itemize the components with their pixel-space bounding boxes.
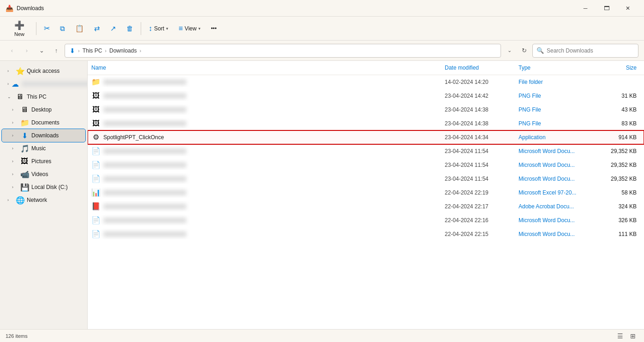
file-size-cell: 914 KB xyxy=(598,133,644,142)
file-size-cell: 31 KB xyxy=(598,92,644,100)
move-button[interactable]: ⇄ xyxy=(89,18,105,39)
sidebar-item-local-disk[interactable]: › 💾 Local Disk (C:) xyxy=(2,181,85,194)
forward-button[interactable]: › xyxy=(20,44,33,57)
delete-button[interactable]: 🗑 xyxy=(122,18,138,39)
address-crumb-downloads: Downloads xyxy=(109,47,137,54)
table-row[interactable]: 📄 23-04-2024 11:54Microsoft Word Docu...… xyxy=(88,144,644,158)
videos-icon: 📹 xyxy=(20,170,29,179)
address-chevron-button[interactable]: ⌄ xyxy=(503,44,516,57)
file-name-text xyxy=(103,204,186,209)
new-button[interactable]: ➕ New xyxy=(6,18,33,39)
file-type-cell: Microsoft Word Docu... xyxy=(515,161,598,169)
window-icon: 📥 xyxy=(6,5,13,12)
file-name-text xyxy=(103,93,186,99)
file-name-text: SpotlightPPT_ClickOnce xyxy=(103,134,164,141)
table-row[interactable]: 🖼 23-04-2024 14:42PNG File31 KB xyxy=(88,89,644,103)
view-button[interactable]: ≡ View ▾ xyxy=(174,18,205,39)
paste-button[interactable]: 📋 xyxy=(71,18,89,39)
list-view-button[interactable]: ☰ xyxy=(614,330,626,342)
cut-button[interactable]: ✂ xyxy=(39,18,54,39)
sidebar-label-this-pc: This PC xyxy=(27,94,47,100)
file-date-cell: 22-04-2024 22:19 xyxy=(441,189,515,197)
move-icon: ⇄ xyxy=(94,24,100,33)
file-size-cell: 324 KB xyxy=(598,202,644,211)
close-button[interactable]: ✕ xyxy=(617,0,638,17)
sidebar-item-desktop[interactable]: › 🖥 Desktop xyxy=(2,103,85,116)
address-bar[interactable]: ⬇ › This PC › Downloads › xyxy=(65,44,501,58)
back-button[interactable]: ‹ xyxy=(6,44,18,57)
file-size-cell: 326 KB xyxy=(598,216,644,224)
table-row[interactable]: 📕 22-04-2024 22:17Adobe Acrobat Docu...3… xyxy=(88,200,644,213)
refresh-button[interactable]: ↻ xyxy=(518,44,531,57)
up-button[interactable]: ↑ xyxy=(50,44,63,57)
table-row[interactable]: 📄 23-04-2024 11:54Microsoft Word Docu...… xyxy=(88,172,644,186)
file-size-cell: 83 KB xyxy=(598,119,644,128)
file-name-cell: 🖼 xyxy=(88,91,441,101)
sidebar-item-videos[interactable]: › 📹 Videos xyxy=(2,168,85,181)
file-type-cell: PNG File xyxy=(515,92,598,100)
more-button[interactable]: ••• xyxy=(206,18,221,39)
col-header-date[interactable]: Date modified xyxy=(441,63,515,73)
table-row[interactable]: 📊 22-04-2024 22:19Microsoft Excel 97-20.… xyxy=(88,186,644,200)
pictures-icon: 🖼 xyxy=(20,157,29,165)
file-type-cell: File folder xyxy=(515,78,598,86)
file-name-text xyxy=(103,190,186,195)
maximize-button[interactable]: 🗖 xyxy=(596,0,617,17)
local-disk-chevron-icon: › xyxy=(12,185,18,189)
recent-button[interactable]: ⌄ xyxy=(35,44,48,57)
sidebar-item-documents[interactable]: › 📁 Documents xyxy=(2,116,85,129)
file-icon: 📕 xyxy=(91,202,101,211)
status-bar: 126 items ☰ ⊞ xyxy=(0,329,644,342)
table-row[interactable]: 📄 23-04-2024 11:54Microsoft Word Docu...… xyxy=(88,158,644,172)
share-button[interactable]: ↗ xyxy=(106,18,121,39)
table-row[interactable]: 🖼 23-04-2024 14:38PNG File83 KB xyxy=(88,117,644,130)
col-header-type[interactable]: Type xyxy=(515,63,598,73)
table-row[interactable]: 📄 22-04-2024 22:16Microsoft Word Docu...… xyxy=(88,213,644,227)
file-icon: 📊 xyxy=(91,188,101,197)
new-icon: ➕ xyxy=(14,20,24,30)
sort-button[interactable]: ↕ Sort ▾ xyxy=(144,18,173,39)
sidebar-item-pictures[interactable]: › 🖼 Pictures xyxy=(2,155,85,168)
view-label: View xyxy=(185,25,197,32)
detail-view-button[interactable]: ⊞ xyxy=(627,330,638,342)
search-icon: 🔍 xyxy=(537,47,544,54)
sidebar-item-this-pc[interactable]: ⌄ 🖥 This PC xyxy=(2,90,85,103)
col-header-size[interactable]: Size xyxy=(598,63,644,73)
sidebar-label-quick-access: Quick access xyxy=(27,68,60,74)
sort-chevron-icon: ▾ xyxy=(166,26,168,31)
view-icon: ≡ xyxy=(179,24,183,33)
copy-button[interactable]: ⧉ xyxy=(55,18,70,39)
search-box[interactable]: 🔍 xyxy=(532,44,638,58)
table-row[interactable]: ⚙SpotlightPPT_ClickOnce23-04-2024 14:34A… xyxy=(88,130,644,144)
copy-icon: ⧉ xyxy=(60,24,65,33)
file-type-cell: Adobe Acrobat Docu... xyxy=(515,202,598,211)
file-size-cell: 58 KB xyxy=(598,189,644,197)
file-icon: 📄 xyxy=(91,230,101,238)
col-header-name[interactable]: Name xyxy=(88,63,441,73)
sidebar-item-music[interactable]: › 🎵 Music xyxy=(2,142,85,155)
table-row[interactable]: 📁 14-02-2024 14:20File folder xyxy=(88,75,644,89)
music-chevron-icon: › xyxy=(12,146,18,151)
table-row[interactable]: 📄 22-04-2024 22:15Microsoft Word Docu...… xyxy=(88,227,644,241)
quick-access-chevron-icon: › xyxy=(7,69,13,73)
table-row[interactable]: 🖼 23-04-2024 14:38PNG File43 KB xyxy=(88,103,644,117)
file-name-cell: 📄 xyxy=(88,159,441,170)
search-input[interactable] xyxy=(547,47,634,54)
sidebar-item-network[interactable]: › 🌐 Network xyxy=(2,194,85,206)
sidebar-item-quick-access[interactable]: › ⭐ Quick access xyxy=(2,65,85,77)
file-icon: 📄 xyxy=(91,147,101,155)
sidebar-label-local-disk: Local Disk (C:) xyxy=(31,184,68,190)
file-header: Name Date modified Type Size xyxy=(88,61,644,75)
file-size-cell: 29,352 KB xyxy=(598,147,644,155)
sidebar-item-downloads[interactable]: › ⬇ Downloads xyxy=(2,129,85,142)
sidebar-label-videos: Videos xyxy=(31,171,48,177)
videos-chevron-icon: › xyxy=(12,172,18,177)
documents-chevron-icon: › xyxy=(12,120,18,125)
minimize-button[interactable]: ─ xyxy=(575,0,596,17)
sidebar-item-onedrive[interactable]: › ☁ xyxy=(2,77,85,90)
file-date-cell: 23-04-2024 14:38 xyxy=(441,119,515,128)
file-type-cell: PNG File xyxy=(515,119,598,128)
local-disk-icon: 💾 xyxy=(20,183,29,192)
file-name-cell: 🖼 xyxy=(88,105,441,115)
sidebar-label-network: Network xyxy=(27,197,47,203)
